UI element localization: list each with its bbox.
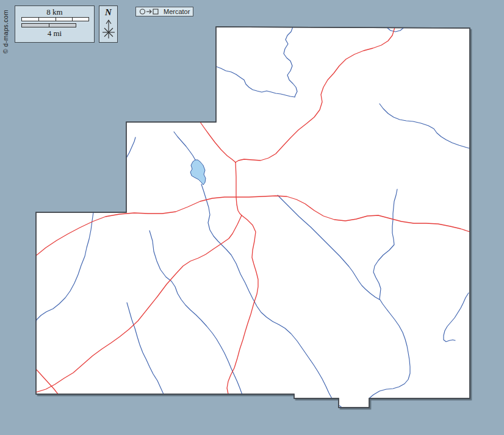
scale-tick: [72, 18, 73, 21]
dmaps-credit: © d-maps.com: [2, 10, 9, 54]
scale-bar-mi: [21, 23, 76, 27]
compass-rose-icon: [101, 17, 117, 40]
projection-box: Mercator: [135, 7, 193, 16]
scale-bar-km: [21, 17, 89, 21]
scale-tick: [38, 18, 39, 21]
map-canvas: © d-maps.com 8 km 4 mi N: [0, 0, 504, 435]
scale-km-label: 8 km: [15, 8, 94, 16]
projection-label: Mercator: [164, 8, 190, 15]
scale-bar-box: 8 km 4 mi: [15, 5, 95, 43]
scale-mi-label: 4 mi: [15, 29, 94, 37]
projection-symbol-icon: [139, 8, 161, 15]
county-boundary: [36, 27, 470, 408]
north-label: N: [99, 7, 117, 17]
scale-tick: [56, 18, 56, 21]
compass-box: N: [99, 5, 118, 43]
scale-tick: [49, 24, 49, 27]
county-map: [0, 0, 504, 435]
